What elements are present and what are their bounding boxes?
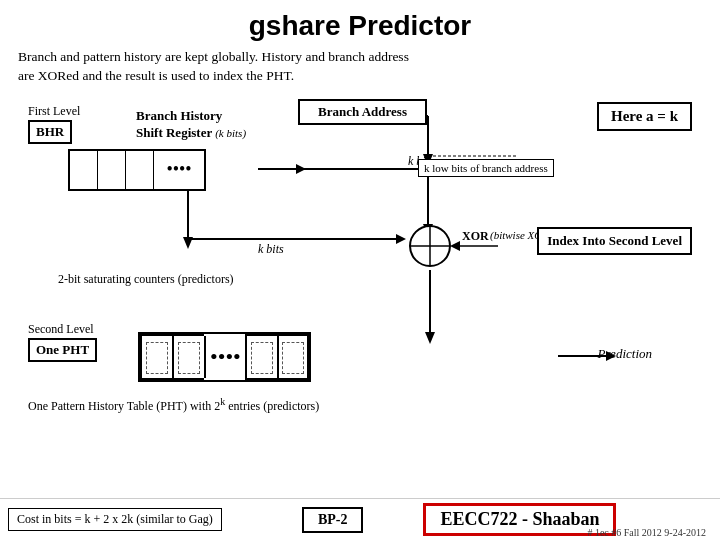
bp2-box: BP-2 xyxy=(302,507,364,533)
bhr-shift-register-label: Branch History Shift Register (k bits) xyxy=(136,108,246,142)
bhr-cell-2 xyxy=(98,151,126,189)
cost-label: Cost in bits = k + 2 x 2k (similar to Ga… xyxy=(8,508,222,531)
pht-cell-2-inner xyxy=(178,342,200,374)
slide: gshare Predictor Branch and pattern hist… xyxy=(0,0,720,540)
description: Branch and pattern history are kept glob… xyxy=(18,48,702,86)
pht-cell-1 xyxy=(140,334,172,380)
two-bit-counters-label: 2-bit saturating counters (predictors) xyxy=(58,272,234,287)
pht-register: •••• xyxy=(138,332,311,382)
bhr-cell-3 xyxy=(126,151,154,189)
k-bits-bottom-label: k bits xyxy=(258,242,284,257)
svg-marker-14 xyxy=(183,237,193,249)
bottom-bar: Cost in bits = k + 2 x 2k (similar to Ga… xyxy=(0,498,720,540)
bhr-register: •••• xyxy=(68,149,206,191)
pht-cell-4-inner xyxy=(282,342,304,374)
slide-title: gshare Predictor xyxy=(18,10,702,42)
pht-cell-3 xyxy=(245,334,277,380)
pht-dots: •••• xyxy=(204,336,245,378)
svg-marker-12 xyxy=(425,332,435,344)
pht-cell-3-inner xyxy=(251,342,273,374)
svg-marker-16 xyxy=(396,234,406,244)
branch-address-box: Branch Address xyxy=(298,99,427,125)
diagram-area: First Level BHR Branch History Shift Reg… xyxy=(18,94,702,464)
here-ak-box: Here a = k xyxy=(597,102,692,131)
prediction-label: Prediction xyxy=(598,346,652,362)
pht-cell-1-inner xyxy=(146,342,168,374)
bhr-dots: •••• xyxy=(154,151,204,189)
pht-cells: •••• xyxy=(138,332,311,382)
bhr-box: BHR xyxy=(28,120,72,144)
pht-note: One Pattern History Table (PHT) with 2k … xyxy=(28,396,319,414)
bottom-right-info: # 1ec #6 Fall 2012 9-24-2012 xyxy=(587,527,706,538)
index-second-level-box: Index Into Second Level xyxy=(537,227,692,255)
k-low-bits-label: k low bits of branch address xyxy=(418,159,554,177)
bhr-cell-1 xyxy=(70,151,98,189)
pht-cell-2 xyxy=(172,334,204,380)
xor-symbol xyxy=(408,224,452,268)
bhr-cells: •••• xyxy=(68,149,206,191)
pht-cell-4 xyxy=(277,334,309,380)
xor-label: XOR xyxy=(462,229,489,244)
svg-marker-3 xyxy=(296,164,306,174)
one-pht-box: One PHT xyxy=(28,338,97,362)
first-level-label: First Level xyxy=(28,104,80,119)
second-level-label: Second Level xyxy=(28,322,94,337)
